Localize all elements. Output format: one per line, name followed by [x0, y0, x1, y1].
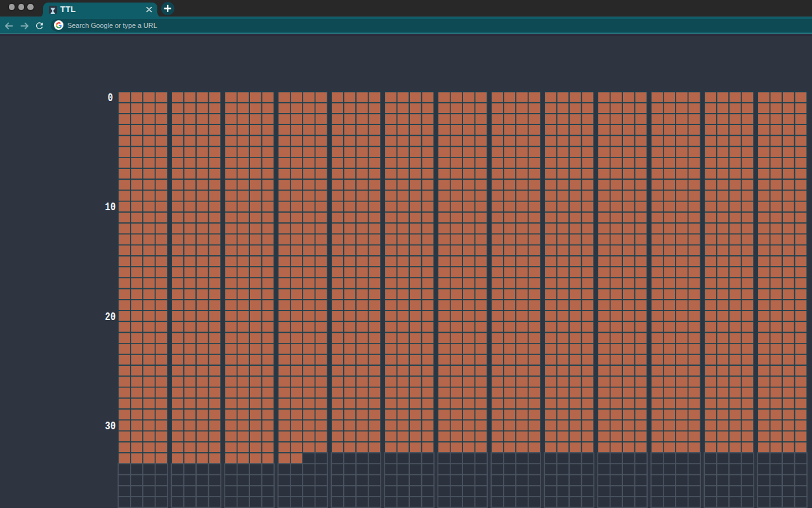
- svg-text:10: 10: [105, 200, 116, 213]
- svg-text:30: 30: [105, 419, 116, 432]
- svg-text:20: 20: [105, 310, 116, 323]
- svg-text:0: 0: [108, 91, 113, 104]
